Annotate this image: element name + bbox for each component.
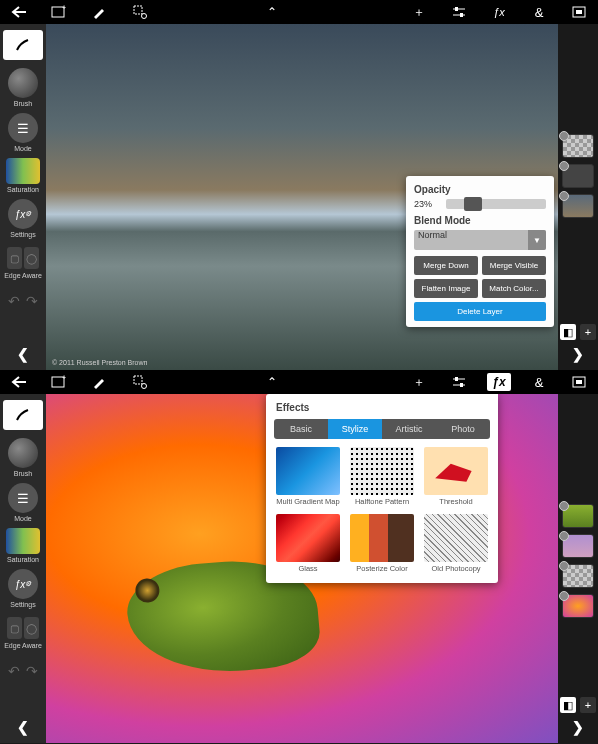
layer-thumb-b1[interactable] — [562, 504, 594, 528]
merge-visible-button[interactable]: Merge Visible — [482, 256, 546, 275]
edgeaware-label-b: Edge Aware — [4, 642, 42, 649]
redo-icon-b: ↷ — [26, 663, 38, 679]
svg-text:+: + — [62, 5, 66, 11]
fullscreen-icon-b[interactable] — [566, 372, 592, 392]
blend-mode-select[interactable]: Normal▼ — [414, 230, 546, 250]
svg-point-11 — [142, 384, 147, 389]
effect-glass[interactable]: Glass — [276, 514, 340, 573]
layers-stack-icon-b[interactable]: ◧ — [560, 697, 576, 713]
brush-tool-active[interactable] — [3, 30, 43, 60]
expand-caret-icon[interactable]: ⌃ — [262, 2, 282, 22]
mode-button-b[interactable]: ☰Mode — [3, 483, 43, 522]
undo-redo[interactable]: ↶↷ — [8, 293, 38, 309]
image-add-icon[interactable]: + — [46, 2, 72, 22]
adjust-sliders-icon[interactable] — [446, 2, 472, 22]
svg-rect-15 — [576, 380, 582, 384]
crop-settings-icon[interactable] — [126, 2, 152, 22]
top-toolbar-b: + ⌃ ＋ ƒx & — [0, 370, 598, 394]
brush-preset-b[interactable]: Brush — [3, 438, 43, 477]
fx-icon-active[interactable]: ƒx — [486, 372, 512, 392]
effect-halftone-pattern[interactable]: Halftone Pattern — [350, 447, 414, 506]
opacity-label: Opacity — [414, 184, 546, 195]
effect-posterize-color[interactable]: Posterize Color — [350, 514, 414, 573]
settings-button-b[interactable]: ƒx⚙Settings — [3, 569, 43, 608]
effects-panel: Effects Basic Stylize Artistic Photo Mul… — [266, 394, 498, 583]
crop-settings-icon-b[interactable] — [126, 372, 152, 392]
add-icon-b[interactable]: ＋ — [406, 372, 432, 392]
tab-stylize[interactable]: Stylize — [328, 419, 382, 439]
pencil-icon[interactable] — [86, 2, 112, 22]
svg-rect-4 — [455, 7, 458, 11]
back-icon[interactable] — [6, 2, 32, 22]
sidebar-back-chevron-b[interactable]: ❮ — [17, 719, 29, 735]
saturation-button-b[interactable]: Saturation — [3, 528, 43, 563]
pencil-icon-b[interactable] — [86, 372, 112, 392]
layers-rail: ◧ + ❯ — [558, 24, 598, 370]
settings-label: Settings — [10, 231, 35, 238]
effect-multi-gradient-map[interactable]: Multi Gradient Map — [276, 447, 340, 506]
brush-label-b: Brush — [14, 470, 32, 477]
add-layer-icon[interactable]: + — [580, 324, 596, 340]
saturation-label: Saturation — [7, 186, 39, 193]
undo-icon: ↶ — [8, 293, 20, 309]
adjust-sliders-icon-b[interactable] — [446, 372, 472, 392]
brush-tool-active-b[interactable] — [3, 400, 43, 430]
edge-aware-toggle[interactable]: ▢◯Edge Aware — [3, 244, 43, 279]
add-icon[interactable]: ＋ — [406, 2, 432, 22]
effect-old-photocopy[interactable]: Old Photocopy — [424, 514, 488, 573]
tab-basic[interactable]: Basic — [274, 419, 328, 439]
match-color-button[interactable]: Match Color... — [482, 279, 546, 298]
mode-label: Mode — [14, 145, 32, 152]
svg-text:+: + — [62, 375, 66, 381]
chevron-down-icon: ▼ — [528, 230, 546, 250]
sidebar-back-chevron[interactable]: ❮ — [17, 346, 29, 362]
opacity-value: 23% — [414, 199, 442, 209]
left-sidebar-b: Brush ☰Mode Saturation ƒx⚙Settings ▢◯Edg… — [0, 394, 46, 743]
undo-icon-b: ↶ — [8, 663, 20, 679]
blend-mode-value: Normal — [418, 230, 447, 240]
undo-redo-b[interactable]: ↶↷ — [8, 663, 38, 679]
expand-caret-icon-b[interactable]: ⌃ — [262, 372, 282, 392]
tab-artistic[interactable]: Artistic — [382, 419, 436, 439]
svg-rect-10 — [134, 376, 142, 384]
layer-options-panel: Opacity 23% Blend Mode Normal▼ Merge Dow… — [406, 176, 554, 327]
blend-and-icon-b[interactable]: & — [526, 372, 552, 392]
svg-rect-5 — [460, 13, 463, 17]
effects-tabs: Basic Stylize Artistic Photo — [274, 419, 490, 439]
mode-button[interactable]: ☰Mode — [3, 113, 43, 152]
opacity-slider[interactable] — [446, 199, 546, 209]
settings-button[interactable]: ƒx⚙Settings — [3, 199, 43, 238]
edge-aware-toggle-b[interactable]: ▢◯Edge Aware — [3, 614, 43, 649]
layer-thumb-1[interactable] — [562, 134, 594, 158]
layers-stack-icon[interactable]: ◧ — [560, 324, 576, 340]
canvas-area[interactable]: © 2011 Russell Preston Brown Opacity 23%… — [46, 24, 558, 370]
tab-photo[interactable]: Photo — [436, 419, 490, 439]
left-sidebar: Brush ☰Mode Saturation ƒx⚙Settings ▢◯Edg… — [0, 24, 46, 370]
brush-label: Brush — [14, 100, 32, 107]
blend-mode-label: Blend Mode — [414, 215, 546, 226]
edgeaware-label: Edge Aware — [4, 272, 42, 279]
rail-forward-chevron-b[interactable]: ❯ — [572, 719, 584, 735]
flatten-image-button[interactable]: Flatten Image — [414, 279, 478, 298]
slider-knob[interactable] — [464, 197, 482, 211]
blend-and-icon[interactable]: & — [526, 2, 552, 22]
effect-threshold[interactable]: Threshold — [424, 447, 488, 506]
rail-forward-chevron[interactable]: ❯ — [572, 346, 584, 362]
svg-point-3 — [142, 14, 147, 19]
fx-icon[interactable]: ƒx — [486, 2, 512, 22]
layer-thumb-b3[interactable] — [562, 564, 594, 588]
canvas-area-b[interactable]: Effects Basic Stylize Artistic Photo Mul… — [46, 394, 558, 743]
back-icon-b[interactable] — [6, 372, 32, 392]
layer-thumb-b4[interactable] — [562, 594, 594, 618]
layer-thumb-b2[interactable] — [562, 534, 594, 558]
image-add-icon-b[interactable]: + — [46, 372, 72, 392]
delete-layer-button[interactable]: Delete Layer — [414, 302, 546, 321]
merge-down-button[interactable]: Merge Down — [414, 256, 478, 275]
saturation-button[interactable]: Saturation — [3, 158, 43, 193]
brush-preset[interactable]: Brush — [3, 68, 43, 107]
redo-icon: ↷ — [26, 293, 38, 309]
fullscreen-icon[interactable] — [566, 2, 592, 22]
layer-thumb-3[interactable] — [562, 194, 594, 218]
layer-thumb-2[interactable] — [562, 164, 594, 188]
add-layer-icon-b[interactable]: + — [580, 697, 596, 713]
